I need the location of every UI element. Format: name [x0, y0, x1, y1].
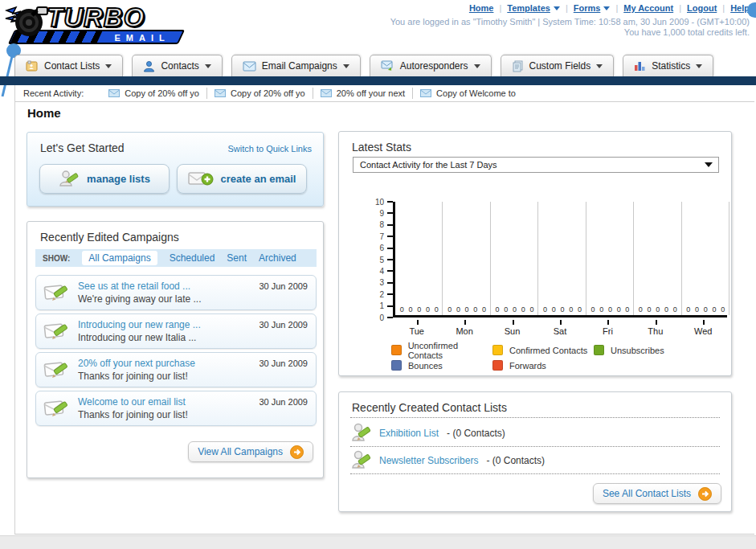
envelope-pencil-icon: [43, 281, 71, 304]
value-label: 0: [473, 305, 477, 313]
value-label: 0: [456, 305, 460, 313]
content-area: Recent Activity: Copy of 20% off yo Copy…: [14, 85, 754, 535]
person-icon: [143, 60, 155, 72]
campaign-title-link[interactable]: Introducing our new range ...: [78, 319, 201, 330]
campaign-subtitle: Introducing our new Italia ...: [78, 332, 196, 343]
campaign-subtitle: We're giving away our late ...: [78, 293, 201, 305]
value-labels-group: 00000: [586, 305, 634, 313]
campaign-title-link[interactable]: Welcome to our email list: [78, 396, 186, 408]
bar-chart-icon: [634, 60, 646, 72]
navy-divider-bar: [0, 76, 756, 85]
x-axis-label: Mon: [440, 326, 488, 336]
show-label: SHOW:: [43, 254, 70, 263]
create-email-button[interactable]: create an email: [177, 164, 307, 194]
recent-activity-item[interactable]: 20% off your next: [313, 88, 413, 99]
campaign-row[interactable]: See us at the retail food ... We're givi…: [35, 275, 317, 310]
legend-label: Forwards: [509, 361, 546, 371]
campaign-row[interactable]: Introducing our new range ... Introducin…: [35, 313, 317, 349]
value-label: 0: [704, 305, 708, 313]
envelope-icon: [243, 61, 256, 72]
value-label: 0: [569, 305, 573, 313]
header-link-templates[interactable]: Templates: [507, 3, 560, 13]
header-link-home[interactable]: Home: [469, 3, 494, 13]
contact-list-row[interactable]: Exhibition List - (0 Contacts): [352, 423, 505, 444]
tab-contacts[interactable]: Contacts: [132, 55, 222, 76]
value-label: 0: [435, 305, 439, 313]
chart-legend: Unconfirmed ContactsConfirmed ContactsUn…: [391, 342, 729, 373]
dotted-divider: [350, 473, 720, 474]
contact-list-link[interactable]: Exhibition List: [379, 428, 439, 439]
x-tick: [417, 320, 419, 325]
turbo-email-logo: EMAIL TURBO: [5, 2, 198, 49]
value-label: 0: [530, 305, 534, 313]
switch-quick-links-link[interactable]: Switch to Quick Links: [227, 144, 312, 154]
tab-email-campaigns[interactable]: Email Campaigns: [231, 55, 361, 76]
latest-stats-panel: Latest Stats Contact Activity for the La…: [338, 131, 732, 376]
campaign-title-link[interactable]: 20% off your next purchase: [78, 358, 195, 369]
chevron-down-icon: [105, 64, 112, 68]
header-link-forms[interactable]: Forms: [574, 3, 611, 13]
recent-activity-item[interactable]: Copy of Welcome to: [413, 88, 523, 99]
envelope-pencil-icon: [43, 397, 71, 420]
person-pencil-icon: [59, 170, 80, 189]
campaign-subtitle: Thanks for joining our list!: [78, 409, 188, 420]
campaign-date: 30 Jun 2009: [259, 320, 308, 330]
campaign-row[interactable]: Welcome to our email list Thanks for joi…: [35, 391, 317, 426]
filter-archived[interactable]: Archived: [259, 252, 296, 264]
envelope-icon: [321, 89, 332, 97]
manage-lists-button[interactable]: manage lists: [39, 164, 170, 194]
legend-item: Bounces: [391, 358, 492, 373]
annotation-bubble: [747, 2, 756, 18]
x-tick: [656, 320, 657, 325]
header-link-logout[interactable]: Logout: [687, 3, 717, 13]
legend-label: Unconfirmed Contacts: [408, 341, 492, 360]
envelope-icon: [108, 89, 120, 97]
value-label: 0: [578, 305, 582, 313]
header-link-my-account[interactable]: My Account: [623, 3, 673, 13]
legend-swatch: [594, 345, 604, 355]
footer-strip: [0, 535, 756, 549]
chart-plot-area: 00000000000000000000000000000000000: [393, 202, 727, 318]
filter-scheduled[interactable]: Scheduled: [170, 252, 215, 264]
chevron-down-icon: [696, 64, 702, 68]
stats-period-select[interactable]: Contact Activity for the Last 7 Days: [353, 157, 719, 173]
value-labels-group: 00000: [395, 305, 443, 313]
campaign-date: 30 Jun 2009: [259, 358, 308, 368]
chevron-down-icon: [596, 64, 603, 68]
see-all-contact-lists-button[interactable]: See All Contact Lists: [593, 483, 721, 504]
contact-list-row[interactable]: Newsletter Subscribers - (0 Contacts): [352, 450, 545, 471]
contact-list-link[interactable]: Newsletter Subscribers: [379, 455, 478, 466]
tab-autoresponders[interactable]: Autoresponders: [370, 55, 492, 76]
person-pencil-icon: [352, 450, 371, 471]
credits-info: You have 1,000 total credits left.: [624, 27, 750, 37]
chevron-down-icon: [705, 162, 713, 167]
envelope-icon: [420, 89, 431, 97]
value-label: 0: [664, 305, 668, 313]
tab-contact-lists[interactable]: Contact Lists: [14, 55, 123, 76]
x-tick: [464, 320, 466, 325]
y-tick: 8: [379, 220, 393, 230]
value-label: 0: [560, 305, 564, 313]
campaign-title-link[interactable]: See us at the retail food ...: [78, 281, 190, 292]
campaign-row[interactable]: 20% off your next purchase Thanks for jo…: [35, 352, 317, 387]
filter-sent[interactable]: Sent: [227, 252, 247, 264]
y-tick: 4: [379, 266, 393, 276]
chevron-down-icon: [343, 64, 349, 68]
x-axis-label: Sat: [536, 326, 583, 336]
campaign-subtitle: Thanks for joining our list!: [78, 371, 188, 382]
legend-label: Confirmed Contacts: [509, 346, 587, 355]
legend-item: Unsubscribes: [594, 342, 695, 358]
filter-all-campaigns[interactable]: All Campaigns: [82, 251, 157, 265]
recent-activity-item[interactable]: Copy of 20% off yo: [101, 88, 207, 99]
tab-statistics[interactable]: Statistics: [623, 55, 713, 76]
tab-custom-fields[interactable]: Custom Fields: [501, 55, 615, 76]
login-info: You are logged in as "Timothy Smith" | S…: [390, 17, 750, 27]
value-label: 0: [465, 305, 469, 313]
legend-item: Forwards: [492, 358, 594, 373]
contact-lists-title: Recently Created Contact Lists: [352, 401, 507, 414]
chevron-down-icon: [474, 64, 480, 68]
recent-activity-item[interactable]: Copy of 20% off yo: [207, 88, 313, 99]
campaign-date: 30 Jun 2009: [259, 281, 308, 291]
view-all-campaigns-button[interactable]: View All Campaigns: [188, 441, 313, 462]
y-tick: 10: [375, 197, 393, 207]
